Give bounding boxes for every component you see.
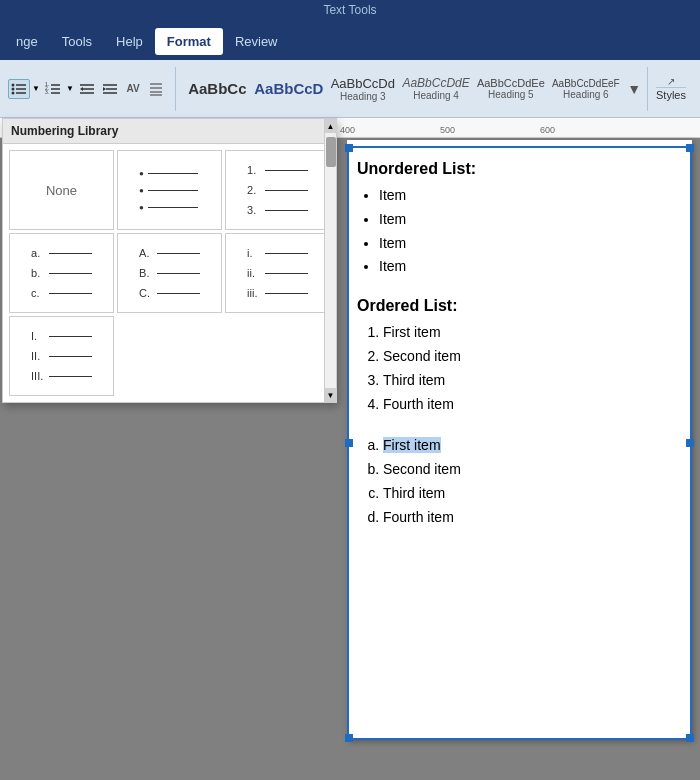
numbering-123[interactable]: 1. 2. 3.: [225, 150, 330, 230]
handle-ml[interactable]: [345, 439, 353, 447]
list-item: Second item: [383, 458, 672, 482]
numbering-grid: None ● ● ● 1. 2. 3. a. b. c.: [3, 144, 336, 402]
style-heading2[interactable]: AaBbCcD: [251, 66, 327, 112]
numbering-ABC-upper[interactable]: A. B. C.: [117, 233, 222, 313]
ordered-list-alpha: First item Second item Third item Fourth…: [357, 434, 672, 529]
svg-text:3.: 3.: [45, 89, 49, 95]
list-item: Fourth item: [383, 393, 672, 417]
numbering-panel: Numbering Library None ● ● ● 1. 2. 3. a.: [2, 118, 337, 403]
svg-point-2: [12, 87, 15, 90]
numbering-scrollbar[interactable]: ▲ ▼: [324, 119, 336, 402]
ordered-list-num: First item Second item Third item Fourth…: [357, 321, 672, 416]
list-item: Second item: [383, 345, 672, 369]
toolbar-area: ▼ 1.2.3. ▼ AV AaBbCc AaBbCcD: [0, 60, 700, 118]
handle-tl[interactable]: [345, 144, 353, 152]
document-content: Unordered List: Item Item Item Item Orde…: [357, 160, 672, 530]
styles-label: Styles: [656, 87, 686, 101]
menu-tools[interactable]: Tools: [50, 28, 104, 55]
ordered-list-alpha-section: First item Second item Third item Fourth…: [357, 434, 672, 529]
heading-styles-container: AaBbCc AaBbCcD AaBbCcDd Heading 3 AaBbCc…: [184, 66, 692, 112]
numbering-roman-lower[interactable]: i. ii. iii.: [225, 233, 330, 313]
list-item-highlighted: First item: [383, 434, 672, 458]
svg-point-4: [12, 91, 15, 94]
ordered-list-num-title: Ordered List:: [357, 297, 672, 315]
style-heading1[interactable]: AaBbCc: [184, 66, 251, 112]
list-item: Item: [379, 255, 672, 279]
list-item: Fourth item: [383, 506, 672, 530]
list-item: Item: [379, 184, 672, 208]
ordered-list-icon[interactable]: 1.2.3.: [42, 79, 64, 99]
numbering-roman-upper[interactable]: I. II. III.: [9, 316, 114, 396]
document-page: Unordered List: Item Item Item Item Orde…: [347, 140, 692, 740]
menu-review[interactable]: Review: [223, 28, 290, 55]
ordered-list-num-section: Ordered List: First item Second item Thi…: [357, 297, 672, 416]
numbering-bullet[interactable]: ● ● ●: [117, 150, 222, 230]
style-heading5[interactable]: AaBbCcDdEe Heading 5: [473, 66, 548, 112]
style-heading3[interactable]: AaBbCcDd Heading 3: [327, 66, 399, 112]
menu-help[interactable]: Help: [104, 28, 155, 55]
list-icons-group: ▼ 1.2.3. ▼ AV: [8, 79, 167, 99]
list-item: First item: [383, 321, 672, 345]
unordered-list-title: Unordered List:: [357, 160, 672, 178]
handle-tr[interactable]: [686, 144, 694, 152]
scroll-up-btn[interactable]: ▲: [325, 119, 337, 133]
style-heading4[interactable]: AaBbCcDdE Heading 4: [399, 66, 474, 112]
list-item: Third item: [383, 482, 672, 506]
unordered-list-icon[interactable]: [8, 79, 30, 99]
list-item: Third item: [383, 369, 672, 393]
svg-marker-15: [80, 87, 83, 91]
svg-marker-19: [103, 87, 106, 91]
numbering-panel-header: Numbering Library: [3, 119, 336, 144]
scroll-down-btn[interactable]: ▼: [325, 388, 337, 402]
paragraph-spacing-icon[interactable]: [145, 79, 167, 99]
styles-panel-group: ↗ Styles: [650, 74, 692, 103]
handle-br[interactable]: [686, 734, 694, 742]
title-text: Text Tools: [323, 3, 376, 17]
title-bar: Text Tools: [0, 0, 700, 22]
highlighted-text: First item: [383, 437, 441, 453]
ruler-ticks: // drawn inline via DOM after page loads: [335, 118, 700, 138]
unordered-list-dropdown[interactable]: ▼: [31, 79, 41, 99]
indent-increase-icon[interactable]: [99, 79, 121, 99]
list-item: Item: [379, 208, 672, 232]
svg-point-0: [12, 83, 15, 86]
numbering-none[interactable]: None: [9, 150, 114, 230]
list-item: Item: [379, 232, 672, 256]
unordered-list: Item Item Item Item: [357, 184, 672, 279]
scroll-thumb[interactable]: [326, 137, 336, 167]
style-heading6[interactable]: AaBbCcDdEeF Heading 6: [548, 66, 623, 112]
styles-expand-btn[interactable]: ↗: [667, 76, 675, 87]
handle-mr[interactable]: [686, 439, 694, 447]
menu-format[interactable]: Format: [155, 28, 223, 55]
unordered-list-section: Unordered List: Item Item Item Item: [357, 160, 672, 279]
numbering-abc-lower[interactable]: a. b. c.: [9, 233, 114, 313]
indent-decrease-icon[interactable]: [76, 79, 98, 99]
styles-dropdown-btn[interactable]: ▼: [623, 81, 645, 97]
ordered-list-dropdown[interactable]: ▼: [65, 79, 75, 99]
none-label: None: [46, 183, 77, 198]
menu-bar: nge Tools Help Format Review: [0, 22, 700, 60]
av-icon[interactable]: AV: [122, 79, 144, 99]
handle-bl[interactable]: [345, 734, 353, 742]
menu-change[interactable]: nge: [4, 28, 50, 55]
